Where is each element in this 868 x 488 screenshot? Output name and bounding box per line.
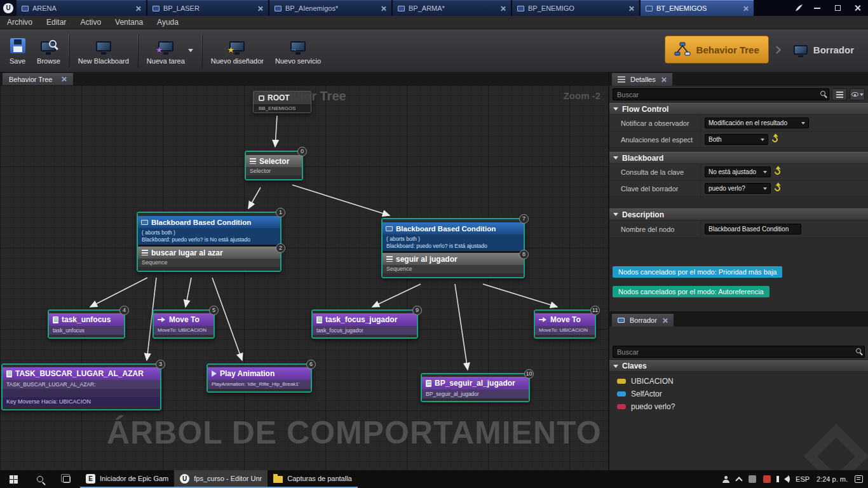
reset-to-default-icon[interactable] [771, 135, 779, 144]
bt-node-move-to-left[interactable]: 5 Move To MoveTo: UBICACION [153, 309, 215, 339]
menu-ayuda[interactable]: Ayuda [150, 18, 186, 27]
new-task-button[interactable]: ★ Nueva tarea [141, 32, 199, 70]
minimize-button[interactable] [807, 0, 827, 16]
window-tab-bp-arma[interactable]: BP_ARMA* [393, 0, 511, 16]
new-decorator-icon: ★ [229, 41, 245, 51]
action-center-icon[interactable] [855, 475, 863, 483]
window-tab-bt-enemigos[interactable]: BT_ENEMIGOS [641, 0, 754, 16]
tray-expand-icon[interactable] [735, 477, 742, 484]
bt-node-task-focus-jugador[interactable]: 9 task_focus_jugador task_focus_jugador [311, 309, 418, 339]
close-tab-icon[interactable] [61, 76, 67, 82]
decorator-blackboard-condition[interactable]: Blackboard Based Condition ( aborts both… [138, 216, 280, 247]
reset-to-default-icon[interactable] [773, 184, 782, 193]
bt-node-selector[interactable]: 0 Selector Selector [245, 151, 303, 180]
key-query-dropdown[interactable]: No está ajustado [705, 166, 771, 177]
doc-tab-behavior-tree[interactable]: Behavior Tree [2, 72, 74, 85]
chevron-down-icon [763, 187, 767, 190]
blackboard-key-dropdown[interactable]: puedo verlo? [705, 183, 771, 194]
key-item-ubicacion[interactable]: UBICACION [609, 375, 868, 388]
bt-node-move-to-right[interactable]: 11 Move To MoveTo: UBICACION [534, 309, 596, 339]
bt-node-root[interactable]: ROOT BB_ENEMIGOS [253, 91, 311, 113]
speaker-icon[interactable] [784, 476, 789, 482]
order-badge: 10 [524, 369, 534, 379]
bt-node-task-unfocus[interactable]: 4 task_unfocus task_unfocus [48, 309, 125, 339]
bt-node-play-animation[interactable]: 6 Play Animation PlayAnimation: 'Idle_Ri… [207, 363, 312, 393]
new-decorator-button[interactable]: ★ Nuevo diseñador [205, 32, 269, 70]
taskbar-app-epic-launcher[interactable]: E Iniciador de Epic Gam [80, 470, 174, 488]
feedback-icon[interactable] [790, 0, 807, 16]
close-button[interactable] [848, 0, 868, 16]
clock[interactable]: 2:24 p. m. [817, 475, 848, 483]
bt-node-buscar-lugar-al-azar[interactable]: 1 2 Blackboard Based Condition ( aborts … [137, 212, 281, 272]
close-tab-icon[interactable] [257, 6, 263, 11]
view-options-button[interactable] [850, 88, 865, 100]
key-item-puedo-verlo[interactable]: puedo verlo? [609, 400, 868, 413]
blackboard-mode-button[interactable]: Borrador [785, 36, 863, 64]
close-tab-icon[interactable] [628, 6, 634, 11]
section-description[interactable]: Description [609, 208, 868, 220]
menu-activo[interactable]: Activo [73, 18, 108, 27]
details-search[interactable] [613, 88, 829, 100]
order-badge: 11 [590, 306, 600, 315]
close-tab-icon[interactable] [381, 6, 386, 11]
notice-self-reference: Nodos cancelados por el modo: Autorefere… [613, 286, 770, 297]
bt-node-seguir-al-jugador[interactable]: 7 8 Blackboard Based Condition ( aborts … [381, 218, 525, 278]
task-view-button[interactable] [53, 470, 80, 488]
close-tab-icon[interactable] [500, 6, 506, 11]
new-blackboard-button[interactable]: New Blackboard [72, 32, 135, 70]
decorator-blackboard-condition[interactable]: Blackboard Based Condition ( aborts both… [383, 222, 524, 253]
property-row: Anulaciones del espect Both [609, 132, 868, 148]
menu-editar[interactable]: Editar [39, 18, 73, 27]
behavior-tree-graph[interactable]: Behavior Tree Zoom -2 ÁRBOL DE COMPORTAM… [0, 85, 608, 470]
blackboard-panel: Borrador Claves UBICACION SelfAct [609, 311, 868, 470]
editor-mode-switch: Behavior Tree Borrador [665, 36, 863, 64]
blackboard-search[interactable] [613, 346, 865, 358]
blueprint-icon [275, 6, 281, 11]
browse-icon [41, 41, 56, 51]
tab-detalles[interactable]: Detalles [611, 72, 673, 86]
section-blackboard[interactable]: Blackboard [609, 152, 868, 164]
window-tab-bp-aienemigos[interactable]: BP_AIenemigos* [269, 0, 391, 16]
menu-ventana[interactable]: Ventana [108, 18, 150, 27]
observer-aborts-dropdown[interactable]: Both [705, 134, 768, 145]
language-indicator[interactable]: ESP [796, 475, 810, 483]
taskbar-search-button[interactable] [27, 470, 53, 488]
collapse-triangle-icon [613, 213, 618, 216]
close-tab-icon[interactable] [661, 77, 667, 83]
bt-node-task-buscar-lugar-al-azar[interactable]: 3 TASK_BUSCAR_LUGAR_AL_AZAR TASK_BUSCAR_… [1, 363, 161, 410]
people-icon[interactable] [722, 476, 729, 483]
window-tab-arena[interactable]: ARENA [17, 0, 146, 16]
new-blackboard-icon [96, 41, 111, 51]
start-button[interactable] [0, 470, 27, 488]
notify-observer-dropdown[interactable]: Modificación en el resultado [705, 118, 809, 128]
chevron-down-icon[interactable] [188, 49, 193, 52]
section-claves[interactable]: Claves [609, 360, 868, 372]
close-tab-icon[interactable] [743, 6, 749, 11]
tray-app-icon[interactable] [749, 475, 756, 483]
details-search-input[interactable] [613, 88, 829, 100]
browse-button[interactable]: Browse [31, 32, 66, 70]
window-tab-bp-laser[interactable]: BP_LASER [147, 0, 268, 16]
behavior-tree-mode-button[interactable]: Behavior Tree [665, 36, 769, 64]
maximize-button[interactable] [827, 0, 848, 16]
blackboard-search-input[interactable] [613, 346, 865, 358]
section-flow-control[interactable]: Flow Control [609, 103, 868, 115]
node-name-field[interactable]: Blackboard Based Condition [705, 224, 801, 234]
taskbar-app-unreal-editor[interactable]: U fps_curso - Editor Unr [174, 470, 268, 488]
search-icon [856, 348, 861, 353]
tray-app-icon-red[interactable] [763, 475, 771, 483]
key-item-selfactor[interactable]: SelfActor [609, 388, 868, 400]
window-tab-bp-enemigo[interactable]: BP_ENEMIGO [512, 0, 639, 16]
taskbar-app-capturas[interactable]: Capturas de pantalla [268, 470, 358, 488]
reset-to-default-icon[interactable] [773, 168, 782, 176]
close-tab-icon[interactable] [135, 6, 141, 11]
bt-node-bp-seguir-al-jugador[interactable]: 10 BP_seguir_al_jugador BP_seguir_al_jug… [421, 373, 530, 402]
level-icon [22, 6, 29, 11]
save-button[interactable]: Save [4, 32, 31, 70]
unreal-logo-icon[interactable]: U [0, 0, 17, 16]
property-matrix-button[interactable] [832, 88, 847, 100]
menu-archivo[interactable]: Archivo [0, 18, 39, 27]
new-service-button[interactable]: → Nuevo servicio [269, 32, 327, 70]
tab-borrador[interactable]: Borrador [611, 313, 674, 327]
close-tab-icon[interactable] [662, 318, 668, 323]
